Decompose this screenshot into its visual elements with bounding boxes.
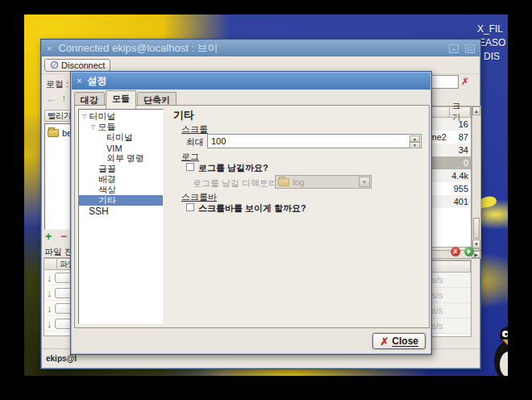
tree-item-external-command[interactable]: 외부 명령: [79, 153, 163, 164]
close-label: Close: [392, 335, 418, 347]
tree-item-font[interactable]: 글꼴: [79, 164, 163, 174]
max-label: 최대 :: [186, 136, 209, 148]
tree-item-etc-selected[interactable]: 기타: [79, 195, 163, 206]
vertical-scrollbar[interactable]: ▲ ▼: [472, 106, 481, 249]
tree-item-ssh[interactable]: SSH: [79, 206, 163, 216]
local-path-label: 로컬 :: [46, 78, 69, 90]
desktop-corner-text: EASO: [479, 37, 505, 48]
play-triangle: [468, 249, 471, 254]
settings-tree[interactable]: ▽터미널 ▽모듈 터미널 VIM 외부 명령 글꼴 배경 색상 기타 SSH: [78, 109, 164, 324]
scrollbar-group-label: 스크롤바: [181, 191, 217, 203]
log-dir-label: 로그를 남길 디렉토리 :: [193, 177, 282, 190]
start-transfer-icon[interactable]: [464, 247, 474, 256]
scroll-down-icon[interactable]: ▼: [472, 240, 480, 248]
download-arrow-icon: ↓: [47, 288, 52, 298]
maximize-icon[interactable]: □: [465, 44, 475, 53]
desktop-corner-text: DIS: [484, 51, 500, 62]
dialog-close-icon[interactable]: ×: [77, 77, 81, 85]
expander-icon[interactable]: ▽: [82, 114, 86, 119]
main-window-title: Connected ekips@localhost : 브이: [58, 41, 443, 56]
tree-item-color[interactable]: 색상: [79, 185, 163, 195]
expander-icon[interactable]: ▽: [91, 124, 95, 130]
options-panel: 기타 스크롤 최대 : 100 ▲▼ 로그 로그를 남길까요? 로그를 남길 디…: [170, 106, 427, 327]
scroll-group-label: 스크롤: [181, 123, 208, 135]
combo-arrow-icon[interactable]: ▼: [359, 177, 370, 187]
panel-heading: 기타: [173, 108, 194, 123]
plug-icon: [50, 60, 59, 69]
dialog-button-bar: ✗ Close: [72, 329, 430, 353]
tab-content: ▽터미널 ▽모듈 터미널 VIM 외부 명령 글꼴 배경 색상 기타 SSH 기…: [74, 105, 430, 328]
file-size: 4.4k: [450, 171, 471, 181]
add-bookmark-icon[interactable]: +: [45, 231, 52, 242]
log-dir-value: log: [293, 177, 305, 187]
statusbar-text: ekips@l: [46, 354, 77, 363]
file-size: 34: [450, 145, 471, 155]
transfer-icon-col-header[interactable]: [44, 258, 57, 270]
minimize-icon[interactable]: ‒: [449, 44, 459, 53]
up-arrow-icon[interactable]: ↑: [61, 93, 67, 103]
back-arrow-icon[interactable]: ←: [46, 94, 56, 104]
log-dir-combobox[interactable]: log ▼: [275, 175, 372, 189]
scrollbar-thumb[interactable]: [473, 218, 480, 239]
close-x-icon: ✗: [380, 336, 389, 347]
desktop-corner-text: X_FIL: [477, 23, 503, 35]
file-size: 0: [450, 158, 471, 168]
tree-item-label: VIM: [106, 144, 123, 153]
window-close-icon[interactable]: ×: [47, 44, 52, 53]
file-size: 955: [450, 184, 471, 194]
close-button[interactable]: ✗ Close: [372, 333, 426, 349]
log-checkbox[interactable]: [186, 163, 194, 171]
clear-address-icon[interactable]: ✗: [461, 77, 469, 86]
download-arrow-icon: ↓: [47, 319, 52, 329]
folder-icon: [278, 178, 289, 186]
tab-module[interactable]: 모듈: [106, 90, 136, 109]
remove-bookmark-icon[interactable]: −: [60, 231, 67, 242]
file-size: 16: [450, 119, 471, 129]
tab-bar: 대강모듈단축키: [74, 90, 177, 105]
tux-mascot: [490, 324, 508, 376]
download-arrow-icon: ↓: [47, 273, 52, 283]
folder-icon: [48, 129, 59, 137]
max-scroll-value: 100: [211, 136, 226, 146]
dialog-titlebar[interactable]: × 설정: [72, 73, 430, 90]
scrollbar-checkbox-label: 스크롤바를 보이게 할까요?: [198, 202, 306, 215]
download-arrow-icon: ↓: [47, 303, 52, 314]
tree-item-background[interactable]: 배경: [79, 174, 163, 185]
log-group-label: 로그: [181, 151, 199, 163]
size-col-header[interactable]: 크기: [450, 106, 471, 118]
file-size: 401: [450, 197, 471, 206]
spin-down-icon[interactable]: ▼: [409, 142, 420, 148]
max-scroll-spinbox[interactable]: 100 ▲▼: [207, 134, 422, 148]
log-checkbox-label: 로그를 남길까요?: [198, 162, 268, 174]
disconnect-label: Disconnect: [61, 60, 105, 70]
tree-item-terminal[interactable]: ▽터미널: [79, 111, 163, 122]
settings-dialog: × 설정 대강모듈단축키 ▽터미널 ▽모듈 터미널 VIM 외부 명령 글꼴 배…: [70, 71, 432, 355]
file-size: 87: [450, 132, 471, 142]
spin-up-icon[interactable]: ▲: [409, 135, 420, 142]
tree-item-terminal-sub[interactable]: 터미널: [79, 132, 163, 143]
disconnect-button[interactable]: Disconnect: [44, 59, 110, 72]
scrollbar-checkbox[interactable]: [186, 203, 194, 211]
main-window-titlebar[interactable]: × Connected ekips@localhost : 브이 ‒ □: [42, 40, 480, 56]
tree-item-label: 터미널: [106, 131, 133, 144]
dialog-title: 설정: [87, 74, 106, 88]
cancel-transfer-icon[interactable]: ✗: [451, 247, 460, 256]
tree-item-label: SSH: [89, 206, 109, 217]
scroll-up-icon[interactable]: ▲: [472, 106, 480, 115]
